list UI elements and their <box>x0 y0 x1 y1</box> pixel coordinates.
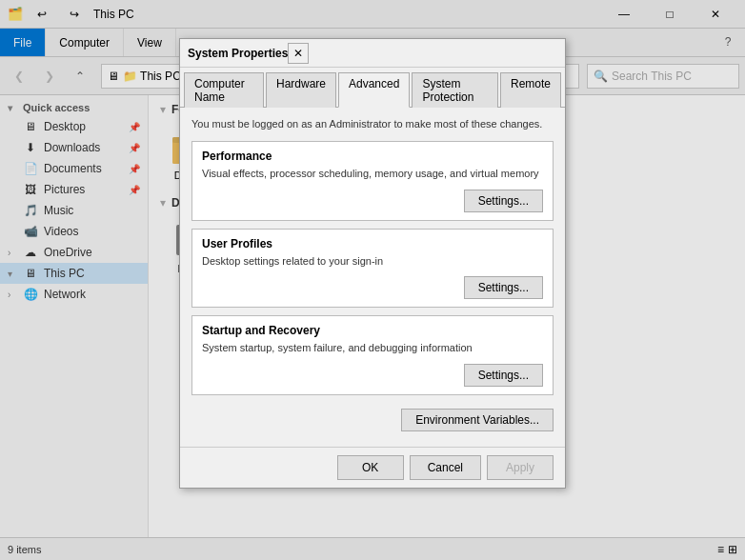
tab-bar: Computer Name Hardware Advanced System P… <box>180 68 565 108</box>
user-profiles-btn-row: Settings... <box>202 276 543 299</box>
user-profiles-desc: Desktop settings related to your sign-in <box>202 254 543 269</box>
user-profiles-settings-btn[interactable]: Settings... <box>464 276 543 299</box>
performance-section: Performance Visual effects, processor sc… <box>191 141 554 220</box>
user-profiles-section: User Profiles Desktop settings related t… <box>191 229 554 308</box>
tab-remote[interactable]: Remote <box>500 72 561 108</box>
cancel-btn[interactable]: Cancel <box>410 455 481 480</box>
dialog-close-btn[interactable]: ✕ <box>288 43 309 64</box>
tab-computer-name[interactable]: Computer Name <box>184 72 264 108</box>
tab-advanced[interactable]: Advanced <box>338 72 410 108</box>
performance-title: Performance <box>202 150 543 163</box>
dialog-body: You must be logged on as an Administrato… <box>180 108 565 447</box>
tab-hardware[interactable]: Hardware <box>266 72 336 108</box>
dialog-title-bar: System Properties ✕ <box>180 39 565 68</box>
startup-recovery-section: Startup and Recovery System startup, sys… <box>191 315 554 394</box>
startup-recovery-btn-row: Settings... <box>202 364 543 387</box>
dialog-footer: OK Cancel Apply <box>180 447 565 488</box>
user-profiles-title: User Profiles <box>202 237 543 250</box>
env-btn-row: Environment Variables... <box>191 403 554 437</box>
ok-btn[interactable]: OK <box>337 455 404 480</box>
dialog-overlay: System Properties ✕ Computer Name Hardwa… <box>0 0 745 560</box>
env-variables-btn[interactable]: Environment Variables... <box>401 409 554 431</box>
startup-recovery-title: Startup and Recovery <box>202 324 543 337</box>
performance-btn-row: Settings... <box>202 190 543 212</box>
startup-recovery-settings-btn[interactable]: Settings... <box>464 364 543 387</box>
dialog-info-text: You must be logged on as an Administrato… <box>191 117 554 131</box>
performance-settings-btn[interactable]: Settings... <box>464 190 543 212</box>
apply-btn[interactable]: Apply <box>487 455 554 480</box>
performance-desc: Visual effects, processor scheduling, me… <box>202 167 543 181</box>
system-properties-dialog: System Properties ✕ Computer Name Hardwa… <box>179 38 566 489</box>
tab-system-protection[interactable]: System Protection <box>412 72 498 108</box>
startup-recovery-desc: System startup, system failure, and debu… <box>202 341 543 355</box>
dialog-title-text: System Properties <box>188 47 288 60</box>
